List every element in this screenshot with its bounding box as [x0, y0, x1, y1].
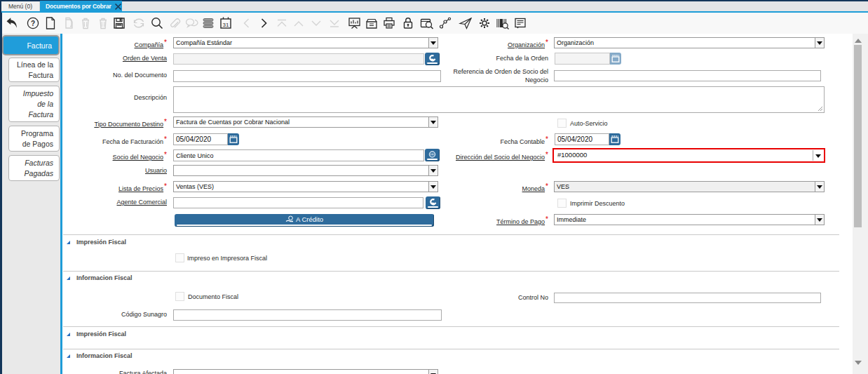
svg-text:31: 31 [223, 22, 229, 28]
svg-text:?: ? [31, 20, 35, 27]
